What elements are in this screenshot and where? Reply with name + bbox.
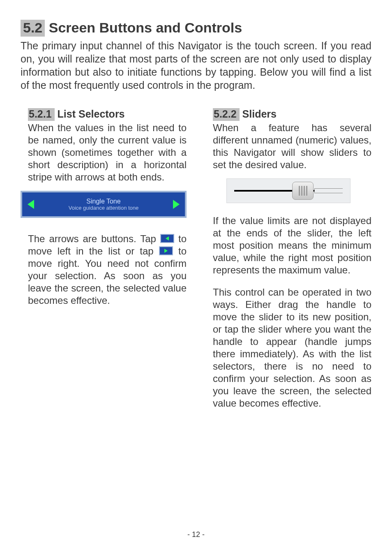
list-selectors-para2: The arrows are buttons. Tap to move left… <box>28 233 187 307</box>
section-intro: The primary input channel of this Naviga… <box>21 39 371 92</box>
list-selector-example[interactable]: Single Tone Voice guidance attention ton… <box>21 191 187 218</box>
section-heading: 5.2 Screen Buttons and Controls <box>21 20 371 37</box>
slider-handle[interactable] <box>292 182 314 200</box>
slider-example[interactable] <box>226 178 350 203</box>
arrow-left-icon <box>28 200 34 209</box>
para2-part-a: The arrows are buttons. Tap <box>28 233 160 244</box>
section-title-text: Screen Buttons and Controls <box>49 20 242 35</box>
grip-icon <box>304 186 305 196</box>
sliders-para1: When a feature has several different unn… <box>213 122 371 171</box>
list-selector-right-arrow[interactable] <box>168 192 185 216</box>
subsection-number: 5.2.2 <box>213 108 240 121</box>
subsection-heading-list-selectors: 5.2.1 List Selectors <box>28 108 187 121</box>
list-selector-left-arrow[interactable] <box>22 192 39 216</box>
section-number: 5.2 <box>21 20 45 37</box>
subsection-heading-sliders: 5.2.2 Sliders <box>213 108 371 121</box>
grip-icon <box>299 186 300 196</box>
subsection-title-text: Sliders <box>242 108 277 120</box>
column-sliders: 5.2.2 Sliders When a feature has several… <box>205 108 371 410</box>
subsection-number: 5.2.1 <box>28 108 55 121</box>
slider-track-empty <box>314 188 343 193</box>
list-selector-value-title: Single Tone <box>86 198 120 205</box>
subsection-title-text: List Selectors <box>58 108 125 120</box>
inline-left-arrow-button[interactable] <box>160 234 174 243</box>
grip-icon <box>306 186 307 196</box>
grip-icon <box>301 186 302 196</box>
list-selectors-para1: When the values in the list need to be n… <box>28 122 187 183</box>
column-list-selectors: 5.2.1 List Selectors When the values in … <box>21 108 187 410</box>
list-selector-current-value: Single Tone Voice guidance attention ton… <box>39 192 168 216</box>
list-selector-value-subtitle: Voice guidance attention tone <box>69 205 139 211</box>
inline-right-arrow-button[interactable] <box>159 246 173 255</box>
page-number: - 12 - <box>0 530 392 539</box>
arrow-left-icon <box>166 236 169 241</box>
arrow-right-icon <box>173 200 180 209</box>
arrow-right-icon <box>164 249 168 253</box>
sliders-para2: If the value limits are not displayed at… <box>213 215 371 276</box>
sliders-para3: This control can be operated in two ways… <box>213 286 371 410</box>
